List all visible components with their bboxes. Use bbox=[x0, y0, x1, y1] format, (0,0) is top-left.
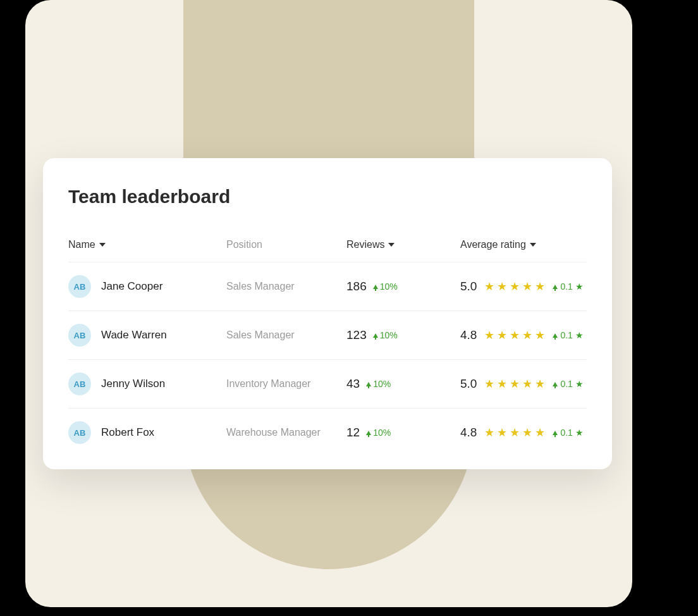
star-icon: ★ bbox=[522, 280, 532, 293]
rating-value: 4.8 bbox=[460, 328, 477, 342]
avatar: AB bbox=[68, 373, 91, 395]
arrow-up-icon bbox=[553, 333, 558, 338]
star-icon: ★ bbox=[575, 281, 584, 292]
column-label: Average rating bbox=[460, 239, 526, 250]
leaderboard-card: Team leaderboard Name Position Reviews A… bbox=[43, 158, 612, 469]
table-body: ABJane CooperSales Manager18610%5.0★★★★★… bbox=[68, 262, 587, 457]
column-header-reviews[interactable]: Reviews bbox=[346, 239, 460, 250]
column-header-rating[interactable]: Average rating bbox=[460, 239, 587, 250]
reviews-delta: 10% bbox=[373, 330, 398, 340]
person-name: Jane Cooper bbox=[101, 280, 162, 293]
reviews-count: 12 bbox=[346, 426, 360, 440]
position-text: Sales Manager bbox=[226, 330, 346, 341]
arrow-up-icon bbox=[553, 431, 558, 435]
reviews-count: 186 bbox=[346, 280, 367, 293]
star-icon: ★ bbox=[510, 377, 520, 391]
person-name: Wade Warren bbox=[101, 329, 167, 342]
person-name: Jenny Wilson bbox=[101, 378, 165, 390]
arrow-up-icon bbox=[366, 382, 371, 386]
rating-delta-value: 0.1 bbox=[560, 330, 572, 340]
table-row[interactable]: ABJenny WilsonInventory Manager4310%5.0★… bbox=[68, 360, 587, 409]
star-icon: ★ bbox=[497, 280, 507, 293]
star-icon: ★ bbox=[575, 428, 584, 438]
rating-cell: 5.0★★★★★0.1★ bbox=[460, 280, 587, 293]
rating-delta-value: 0.1 bbox=[560, 379, 572, 389]
rating-delta: 0.1★ bbox=[553, 379, 583, 389]
reviews-delta-value: 10% bbox=[373, 428, 391, 438]
star-icon: ★ bbox=[522, 377, 532, 391]
table-header: Name Position Reviews Average rating bbox=[68, 239, 587, 262]
star-icon: ★ bbox=[510, 328, 520, 342]
rating-cell: 4.8★★★★★0.1★ bbox=[460, 426, 587, 440]
name-cell: ABWade Warren bbox=[68, 324, 226, 347]
star-rating: ★★★★★ bbox=[484, 280, 545, 293]
rating-cell: 5.0★★★★★0.1★ bbox=[460, 377, 587, 391]
star-rating: ★★★★★ bbox=[484, 426, 545, 440]
table-row[interactable]: ABJane CooperSales Manager18610%5.0★★★★★… bbox=[68, 262, 587, 311]
arrow-up-icon bbox=[366, 431, 371, 435]
avatar: AB bbox=[68, 324, 91, 347]
star-rating: ★★★★★ bbox=[484, 328, 545, 342]
rating-delta: 0.1★ bbox=[553, 330, 583, 340]
rating-value: 4.8 bbox=[460, 426, 477, 440]
star-icon: ★ bbox=[575, 379, 584, 389]
table-row[interactable]: ABRobert FoxWarehouse Manager1210%4.8★★★… bbox=[68, 409, 587, 457]
reviews-delta: 10% bbox=[366, 428, 391, 438]
arrow-up-icon bbox=[553, 382, 558, 386]
reviews-count: 123 bbox=[346, 328, 367, 342]
rating-delta-value: 0.1 bbox=[560, 428, 572, 438]
reviews-delta-value: 10% bbox=[373, 379, 391, 389]
star-rating: ★★★★★ bbox=[484, 377, 545, 391]
star-icon: ★ bbox=[535, 280, 545, 293]
leaderboard-table: Name Position Reviews Average rating ABJ… bbox=[68, 239, 587, 457]
reviews-delta: 10% bbox=[366, 379, 391, 389]
star-icon: ★ bbox=[497, 328, 507, 342]
position-text: Warehouse Manager bbox=[226, 427, 346, 438]
caret-down-icon bbox=[99, 243, 106, 247]
person-name: Robert Fox bbox=[101, 426, 154, 439]
column-label: Reviews bbox=[346, 239, 384, 250]
reviews-delta: 10% bbox=[373, 281, 398, 292]
star-icon: ★ bbox=[522, 328, 532, 342]
rating-value: 5.0 bbox=[460, 377, 477, 391]
column-label: Name bbox=[68, 239, 95, 250]
rating-delta: 0.1★ bbox=[553, 428, 583, 438]
reviews-count: 43 bbox=[346, 377, 360, 391]
reviews-cell: 4310% bbox=[346, 377, 460, 391]
arrow-up-icon bbox=[373, 333, 378, 338]
rating-value: 5.0 bbox=[460, 280, 477, 293]
star-icon: ★ bbox=[535, 377, 545, 391]
rating-delta-value: 0.1 bbox=[560, 281, 572, 292]
column-header-position: Position bbox=[226, 239, 346, 250]
star-icon: ★ bbox=[510, 280, 520, 293]
reviews-cell: 18610% bbox=[346, 280, 460, 293]
caret-down-icon bbox=[530, 243, 536, 247]
star-icon: ★ bbox=[497, 377, 507, 391]
avatar: AB bbox=[68, 275, 91, 298]
name-cell: ABRobert Fox bbox=[68, 421, 226, 444]
reviews-cell: 1210% bbox=[346, 426, 460, 440]
star-icon: ★ bbox=[535, 426, 545, 440]
position-text: Inventory Manager bbox=[226, 378, 346, 390]
reviews-delta-value: 10% bbox=[380, 281, 398, 292]
rating-cell: 4.8★★★★★0.1★ bbox=[460, 328, 587, 342]
rating-delta: 0.1★ bbox=[553, 281, 583, 292]
star-icon: ★ bbox=[510, 426, 520, 440]
arrow-up-icon bbox=[553, 285, 558, 289]
column-label: Position bbox=[226, 239, 262, 250]
star-icon: ★ bbox=[497, 426, 507, 440]
caret-down-icon bbox=[388, 243, 395, 247]
table-row[interactable]: ABWade WarrenSales Manager12310%4.8★★★★★… bbox=[68, 311, 587, 360]
star-icon: ★ bbox=[484, 280, 494, 293]
page-title: Team leaderboard bbox=[68, 186, 587, 207]
star-icon: ★ bbox=[484, 377, 494, 391]
name-cell: ABJenny Wilson bbox=[68, 373, 226, 395]
star-icon: ★ bbox=[535, 328, 545, 342]
reviews-delta-value: 10% bbox=[380, 330, 398, 340]
name-cell: ABJane Cooper bbox=[68, 275, 226, 298]
column-header-name[interactable]: Name bbox=[68, 239, 226, 250]
avatar: AB bbox=[68, 421, 91, 444]
star-icon: ★ bbox=[484, 426, 494, 440]
star-icon: ★ bbox=[575, 330, 584, 340]
position-text: Sales Manager bbox=[226, 281, 346, 292]
